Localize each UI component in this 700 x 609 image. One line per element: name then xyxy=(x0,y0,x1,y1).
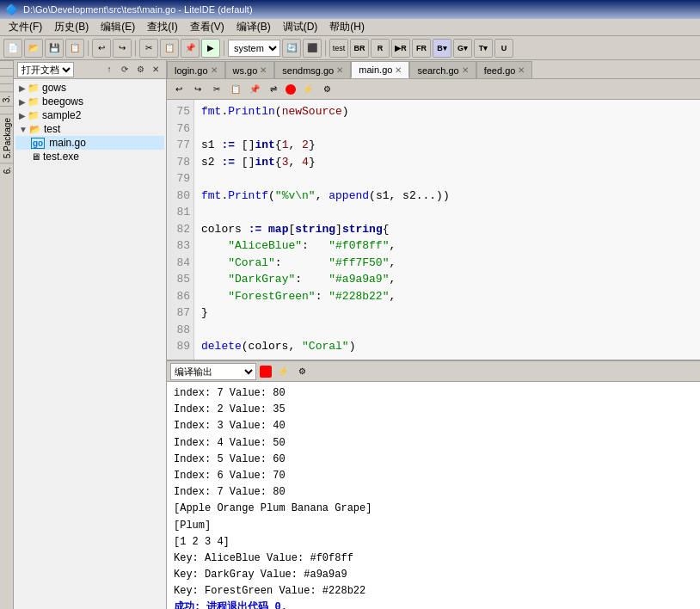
breakpoint-indicator xyxy=(286,84,296,95)
menu-item-B[interactable]: 历史(B) xyxy=(49,19,94,35)
left-tab-3[interactable]: 字 xyxy=(0,76,13,83)
file-close-btn[interactable]: ✕ xyxy=(149,63,163,77)
app-icon: 🔷 xyxy=(5,3,18,15)
output-line: [Plum] xyxy=(174,518,693,534)
tree-item-main-go[interactable]: go main.go xyxy=(15,136,164,150)
arrow-test: ▼ xyxy=(19,125,28,134)
left-tab-2[interactable]: 文 xyxy=(0,68,13,76)
test-btn[interactable]: test xyxy=(329,39,348,58)
br-btn[interactable]: BR xyxy=(350,39,369,58)
main-area: 字 文 字 图标 3. 工具 5.Package浏览 6.文件浏览 打开文档 ↑… xyxy=(0,60,700,609)
tab-close-search-go[interactable]: ✕ xyxy=(462,65,469,75)
paste-btn[interactable]: 📌 xyxy=(181,39,200,58)
tree-label-sample2: sample2 xyxy=(42,109,81,121)
tab-ws-go[interactable]: ws.go ✕ xyxy=(225,61,275,78)
output-line: 成功: 进程退出代码 0. xyxy=(174,600,693,609)
output-line: Key: ForestGreen Value: #228b22 xyxy=(174,583,693,600)
run-btn[interactable]: ▶ xyxy=(201,39,220,58)
sep2 xyxy=(135,40,136,56)
tree-item-test-exe[interactable]: 🖥 test.exe xyxy=(15,150,164,163)
undo-code-btn[interactable]: ↩ xyxy=(170,82,187,97)
output-line: [Apple Orange Plum Banana Grape] xyxy=(174,501,693,517)
output-line: Key: AliceBlue Value: #f0f8ff xyxy=(174,551,693,567)
lightning-btn[interactable]: ⚡ xyxy=(299,82,316,97)
open-btn[interactable]: 📂 xyxy=(24,39,43,58)
settings-code-btn[interactable]: ⚙ xyxy=(318,82,335,97)
folder-icon-sample2: 📁 xyxy=(28,110,40,121)
format-code-btn[interactable]: ⇌ xyxy=(265,82,282,97)
menu-item-E[interactable]: 编辑(E) xyxy=(95,19,140,35)
output-line: [1 2 3 4] xyxy=(174,534,693,551)
tree-item-gows[interactable]: ▶ 📁 gows xyxy=(15,81,164,95)
copy-btn[interactable]: 📋 xyxy=(160,39,179,58)
sep3 xyxy=(224,40,224,56)
file-refresh-btn[interactable]: ⟳ xyxy=(118,63,132,77)
code-editor[interactable]: 75 76 77 78 79 80 81 82 83 84 85 86 87 8… xyxy=(167,100,700,360)
menu-item-F[interactable]: 文件(F) xyxy=(3,19,47,35)
u-btn[interactable]: U xyxy=(494,39,513,58)
tab-login-go[interactable]: login.go ✕ xyxy=(167,61,225,78)
menu-item-H[interactable]: 帮助(H) xyxy=(324,19,370,35)
tab-feed-go[interactable]: feed.go ✕ xyxy=(476,61,533,78)
g-btn[interactable]: G▾ xyxy=(453,39,472,58)
file-panel-select[interactable]: 打开文档 xyxy=(17,62,74,77)
r-btn[interactable]: R xyxy=(371,39,390,58)
menu-item-B[interactable]: 编译(B) xyxy=(231,19,276,35)
stop-btn[interactable]: ⬛ xyxy=(303,39,322,58)
menu-item-V[interactable]: 查看(V) xyxy=(185,19,230,35)
tab-close-ws-go[interactable]: ✕ xyxy=(260,65,267,75)
left-tab-1[interactable]: 字 xyxy=(0,60,13,68)
code-content[interactable]: fmt.Println(newSource) s1 := []int{1, 2}… xyxy=(194,100,700,360)
file-settings-btn[interactable]: ⚙ xyxy=(133,63,147,77)
left-tab-6[interactable]: 工具 xyxy=(0,106,13,114)
fr-btn[interactable]: FR xyxy=(412,39,431,58)
left-tab-5[interactable]: 3. xyxy=(0,91,13,106)
t-btn[interactable]: T▾ xyxy=(474,39,493,58)
left-tab-8[interactable]: 6.文件浏览 xyxy=(0,163,13,177)
sep4 xyxy=(325,40,326,56)
save-btn[interactable]: 💾 xyxy=(45,39,64,58)
left-tab-7[interactable]: 5.Package浏览 xyxy=(0,114,13,162)
menu-bar: 文件(F)历史(B)编辑(E)查找(I)查看(V)编译(B)调试(D)帮助(H) xyxy=(0,19,700,36)
output-content: index: 7 Value: 80Index: 2 Value: 35Inde… xyxy=(167,382,700,609)
tab-close-sendmsg-go[interactable]: ✕ xyxy=(336,65,343,75)
save-all-btn[interactable]: 📋 xyxy=(65,39,84,58)
tab-close-feed-go[interactable]: ✕ xyxy=(518,65,525,75)
output-header: 编译输出 ⚡ ⚙ xyxy=(167,361,700,382)
cut-btn[interactable]: ✂ xyxy=(139,39,158,58)
stop-output-btn[interactable] xyxy=(260,366,272,378)
output-line: Index: 3 Value: 40 xyxy=(174,418,693,434)
cr-btn[interactable]: ▶R xyxy=(391,39,410,58)
paste-code-btn[interactable]: 📌 xyxy=(246,82,263,97)
redo-code-btn[interactable]: ↪ xyxy=(189,82,206,97)
tab-label-login-go: login.go xyxy=(175,65,208,76)
output-line: Index: 6 Value: 70 xyxy=(174,468,693,484)
tab-close-main-go[interactable]: ✕ xyxy=(395,65,402,75)
cut-code-btn[interactable]: ✂ xyxy=(208,82,225,97)
tab-main-go[interactable]: main.go ✕ xyxy=(351,61,409,78)
system-select[interactable]: system xyxy=(228,40,280,57)
b-btn[interactable]: B▾ xyxy=(433,39,451,58)
tab-search-go[interactable]: search.go ✕ xyxy=(409,61,476,78)
tree-item-sample2[interactable]: ▶ 📁 sample2 xyxy=(15,108,164,122)
tree-item-test[interactable]: ▼ 📂 test xyxy=(15,122,164,136)
copy-code-btn[interactable]: 📋 xyxy=(227,82,244,97)
new-btn[interactable]: 📄 xyxy=(3,39,22,58)
arrow-beegows: ▶ xyxy=(19,97,26,107)
redo-btn[interactable]: ↪ xyxy=(113,39,132,58)
left-tab-4[interactable]: 图标 xyxy=(0,83,13,91)
menu-item-D[interactable]: 调试(D) xyxy=(278,19,323,35)
file-add-btn[interactable]: ↑ xyxy=(102,63,116,77)
output-line: Index: 7 Value: 80 xyxy=(174,484,693,501)
menu-item-I[interactable]: 查找(I) xyxy=(142,19,182,35)
tree-item-beegows[interactable]: ▶ 📁 beegows xyxy=(15,95,164,108)
output-settings-btn[interactable]: ⚙ xyxy=(294,364,310,379)
tab-label-ws-go: ws.go xyxy=(233,65,258,76)
undo-btn[interactable]: ↩ xyxy=(92,39,111,58)
tab-close-login-go[interactable]: ✕ xyxy=(211,65,218,75)
refresh-btn[interactable]: 🔄 xyxy=(282,39,301,58)
output-select[interactable]: 编译输出 xyxy=(170,363,256,380)
tab-sendmsg-go[interactable]: sendmsg.go ✕ xyxy=(274,61,351,78)
clear-output-btn[interactable]: ⚡ xyxy=(275,364,291,379)
tree-label-beegows: beegows xyxy=(42,95,83,108)
